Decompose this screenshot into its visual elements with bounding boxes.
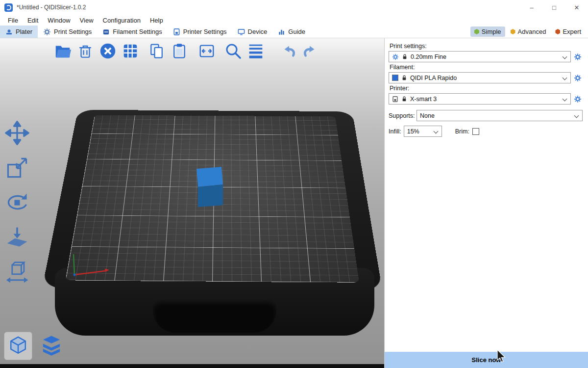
tab-filament-settings[interactable]: Filament Settings [97, 26, 167, 38]
mode-advanced[interactable]: Advanced [507, 26, 550, 37]
menu-bar: File Edit Window View Configuration Help [0, 15, 588, 26]
chevron-down-icon [574, 113, 579, 118]
menu-configuration[interactable]: Configuration [98, 17, 146, 24]
mode-expert[interactable]: Expert [551, 26, 585, 37]
tab-plater[interactable]: Plater [0, 26, 38, 38]
split-icon [197, 42, 216, 60]
gear-icon [574, 95, 582, 103]
menu-edit[interactable]: Edit [23, 17, 43, 24]
mode-simple[interactable]: Simple [470, 26, 505, 37]
menu-file[interactable]: File [3, 17, 23, 24]
simple-mode-dot-icon [474, 29, 479, 34]
layer-height-button[interactable] [246, 41, 266, 61]
print-settings-combo[interactable]: 0.20mm Fine [389, 51, 571, 62]
mode-advanced-label: Advanced [518, 28, 546, 35]
open-folder-icon [53, 42, 72, 60]
move-tool-button[interactable] [3, 119, 31, 147]
guide-icon [278, 28, 285, 36]
filament-combo[interactable]: QIDI PLA Rapido [389, 72, 571, 83]
printer-combo[interactable]: X-smart 3 [389, 93, 571, 105]
cut-tool-button[interactable] [3, 258, 31, 287]
undo-button[interactable] [279, 42, 298, 60]
tab-device-label: Device [248, 28, 268, 35]
arrange-button[interactable] [121, 41, 140, 61]
search-icon [223, 41, 243, 61]
tab-printer-settings[interactable]: Printer Settings [168, 26, 232, 38]
supports-label: Supports: [389, 112, 416, 119]
printer-value: X-smart 3 [410, 96, 437, 103]
gear-icon [574, 74, 582, 82]
search-button[interactable] [223, 41, 243, 61]
3d-editor-view-button[interactable] [4, 332, 32, 360]
3d-view-cube-icon [7, 334, 29, 358]
supports-value: None [420, 112, 435, 119]
redo-icon [301, 43, 319, 59]
tab-plater-label: Plater [16, 28, 32, 35]
paste-button[interactable] [170, 41, 189, 61]
filament-label: Filament: [390, 64, 583, 71]
variable-layer-height-icon [246, 42, 265, 60]
tab-filament-settings-label: Filament Settings [113, 28, 162, 35]
advanced-mode-dot-icon [511, 29, 515, 34]
delete-all-button[interactable] [98, 41, 118, 61]
mode-simple-label: Simple [482, 28, 501, 35]
brim-label: Brim: [455, 128, 469, 135]
infill-combo[interactable]: 15% [404, 126, 442, 137]
copy-button[interactable] [147, 41, 167, 61]
preview-view-button[interactable] [37, 332, 66, 360]
tab-guide[interactable]: Guide [272, 26, 311, 38]
cut-icon [4, 260, 30, 285]
split-button[interactable] [197, 41, 217, 61]
tab-print-settings-label: Print Settings [54, 28, 92, 35]
menu-window[interactable]: Window [43, 17, 75, 24]
tab-device[interactable]: Device [232, 26, 273, 38]
lock-icon [401, 96, 407, 102]
move-icon [4, 120, 30, 146]
mode-selector: Simple Advanced Expert [470, 26, 588, 38]
menu-view[interactable]: View [75, 17, 98, 24]
mode-expert-label: Expert [563, 28, 581, 35]
tab-bar: Plater Print Settings Filament Settings … [0, 26, 588, 38]
minimize-button[interactable]: – [520, 0, 543, 15]
scale-tool-button[interactable] [3, 154, 31, 182]
maximize-button[interactable]: □ [543, 0, 565, 15]
settings-sidebar: Print settings: 0.20mm Fine Filament: QI… [384, 38, 588, 368]
view-toolbar [4, 332, 66, 360]
mouse-cursor [496, 349, 507, 364]
open-button[interactable] [53, 41, 73, 61]
scale-icon [4, 155, 30, 181]
3d-viewport[interactable] [0, 38, 384, 368]
filament-color-swatch [392, 75, 398, 81]
printer-icon [173, 28, 180, 36]
copy-icon [148, 42, 166, 60]
gear-icon [43, 28, 51, 36]
slice-now-button[interactable]: Slice now [385, 352, 588, 368]
delete-button[interactable] [75, 41, 95, 61]
model-cube[interactable] [194, 165, 228, 211]
bed-handle-notch [153, 299, 276, 333]
brim-checkbox[interactable] [472, 128, 479, 135]
gizmo-toolbar [3, 119, 31, 287]
print-settings-label: Print settings: [390, 43, 583, 50]
arrange-icon [121, 42, 140, 60]
rotate-tool-button[interactable] [3, 188, 31, 217]
rotate-icon [4, 190, 30, 215]
tab-print-settings[interactable]: Print Settings [38, 26, 97, 38]
tab-printer-settings-label: Printer Settings [183, 28, 227, 35]
infill-value: 15% [407, 128, 419, 135]
origin-axes-icon [65, 252, 114, 282]
edit-print-settings-button[interactable] [573, 53, 583, 61]
viewport-bottom-strip [0, 364, 384, 368]
printer-icon [392, 96, 398, 103]
print-settings-value: 0.20mm Fine [411, 53, 446, 60]
edit-filament-button[interactable] [573, 74, 583, 82]
redo-button[interactable] [301, 42, 319, 60]
supports-combo[interactable]: None [416, 110, 583, 121]
close-button[interactable]: ✕ [565, 0, 588, 15]
menu-help[interactable]: Help [146, 17, 168, 24]
place-on-face-tool-button[interactable] [3, 223, 31, 252]
chevron-down-icon [563, 54, 567, 59]
edit-printer-button[interactable] [573, 95, 583, 103]
undo-icon [280, 43, 297, 59]
plater-toolbar [53, 41, 319, 61]
